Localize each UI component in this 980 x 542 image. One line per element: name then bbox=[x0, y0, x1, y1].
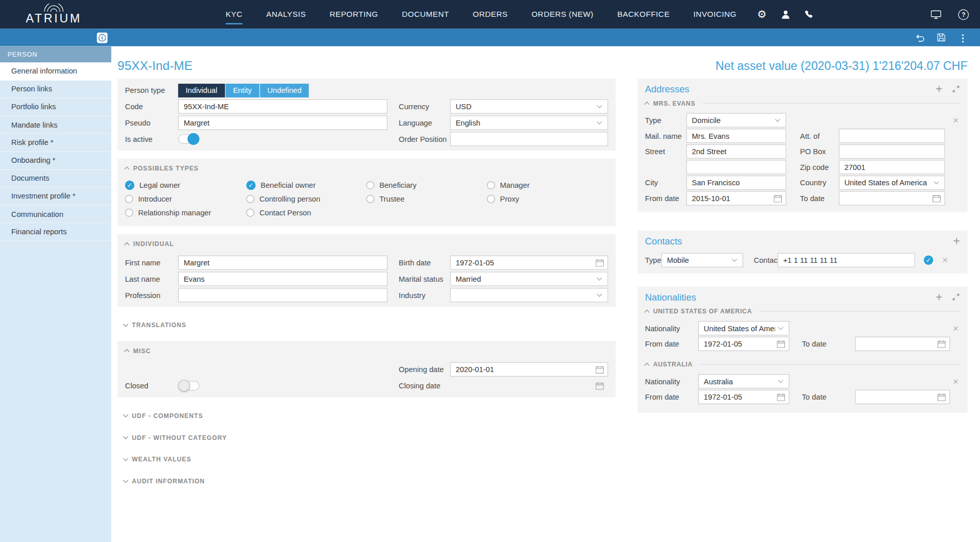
nationality-to-date-input[interactable] bbox=[855, 337, 950, 351]
sidebar-item-risk-profile[interactable]: Risk profile * bbox=[0, 134, 111, 152]
address-type-select[interactable]: Domicile bbox=[686, 113, 786, 128]
possible-type-beneficial-owner[interactable]: ✓ Beneficial owner bbox=[246, 180, 366, 190]
sidebar-item-onboarding[interactable]: Onboarding * bbox=[0, 152, 111, 169]
nationality-to-date-input[interactable] bbox=[855, 390, 950, 404]
last-name-input[interactable] bbox=[178, 272, 388, 286]
gear-icon[interactable]: ⚙ bbox=[757, 9, 767, 20]
nationality-entry-header[interactable]: UNITED STATES OF AMERICA bbox=[645, 308, 960, 314]
section-individual[interactable]: INDIVIDUAL bbox=[125, 240, 608, 247]
att-of-input[interactable] bbox=[839, 129, 945, 143]
collapse-sidebar-button[interactable] bbox=[97, 32, 108, 43]
nationality-from-date-input[interactable]: 1972-01-05 bbox=[698, 337, 790, 351]
profession-label: Profession bbox=[125, 291, 178, 300]
nav-item-backoffice[interactable]: BACKOFFICE bbox=[605, 0, 681, 29]
sidebar-item-mandate-links[interactable]: Mandate links bbox=[0, 116, 111, 134]
industry-label: Industry bbox=[399, 291, 450, 300]
possible-type-proxy[interactable]: Proxy bbox=[487, 193, 608, 204]
nav-item-orders-new[interactable]: ORDERS (NEW) bbox=[519, 0, 605, 29]
address-to-date-input[interactable] bbox=[839, 191, 945, 206]
sidebar-item-financial-reports[interactable]: Financial reports bbox=[0, 223, 111, 241]
contact-input[interactable] bbox=[778, 253, 915, 267]
section-possibles-types[interactable]: POSSIBLES TYPES bbox=[125, 165, 608, 171]
section-translations[interactable]: TRANSLATIONS bbox=[124, 322, 615, 328]
possible-type-contact-person[interactable]: Contact Person bbox=[246, 207, 366, 218]
mail-name-input[interactable] bbox=[686, 129, 786, 143]
add-address-button[interactable]: + bbox=[936, 85, 943, 93]
sidebar-item-investment-profile[interactable]: Investment profile * bbox=[0, 187, 111, 205]
possible-type-controlling-person[interactable]: Controlling person bbox=[246, 193, 366, 204]
add-contact-button[interactable]: + bbox=[953, 237, 960, 245]
contact-valid-check-icon[interactable]: ✓ bbox=[924, 256, 933, 265]
nav-item-document[interactable]: DOCUMENT bbox=[390, 0, 461, 29]
order-position-input[interactable] bbox=[450, 132, 608, 146]
expand-nationalities-button[interactable] bbox=[952, 293, 960, 301]
city-input[interactable] bbox=[686, 176, 786, 190]
birth-date-input[interactable]: 1972-01-05 bbox=[450, 256, 608, 270]
person-icon[interactable] bbox=[781, 10, 790, 19]
code-input[interactable] bbox=[178, 100, 388, 114]
person-type-individual-button[interactable]: Individual bbox=[178, 83, 225, 97]
opening-date-input[interactable]: 2020-01-01 bbox=[450, 362, 608, 377]
section-misc[interactable]: MISC bbox=[125, 347, 608, 354]
currency-select[interactable]: USD bbox=[450, 100, 608, 114]
language-select[interactable]: English bbox=[450, 115, 608, 130]
country-select[interactable]: United States of America bbox=[839, 176, 945, 190]
action-toolbar: ⋮ bbox=[0, 29, 980, 46]
street2-input[interactable] bbox=[686, 160, 786, 174]
address-from-date-input[interactable]: 2015-10-01 bbox=[686, 191, 786, 206]
street-input[interactable] bbox=[686, 144, 786, 159]
closed-toggle[interactable] bbox=[178, 381, 200, 390]
delete-nationality-button[interactable]: ✕ bbox=[952, 377, 959, 386]
nationality-from-date-input[interactable]: 1972-01-05 bbox=[698, 390, 790, 404]
section-udf-without-category[interactable]: UDF - WITHOUT CATEGORY bbox=[124, 434, 615, 441]
possible-type-legal-owner[interactable]: ✓ Legal owner bbox=[125, 180, 246, 190]
address-entry-header[interactable]: MRS. EVANS bbox=[645, 100, 960, 107]
person-type-entity-button[interactable]: Entity bbox=[225, 83, 259, 97]
possible-type-trustee[interactable]: Trustee bbox=[366, 193, 487, 204]
profession-input[interactable] bbox=[178, 288, 388, 302]
zip-code-input[interactable] bbox=[839, 160, 945, 174]
nav-item-invoicing[interactable]: INVOICING bbox=[682, 0, 749, 29]
is-active-label: Is active bbox=[125, 135, 178, 143]
nationality-select[interactable]: United States of America bbox=[698, 321, 790, 335]
possible-type-manager[interactable]: Manager bbox=[487, 180, 608, 190]
delete-nationality-button[interactable]: ✕ bbox=[952, 324, 959, 333]
possible-type-relationship-manager[interactable]: Relationship manager bbox=[125, 207, 246, 218]
delete-contact-button[interactable]: ✕ bbox=[942, 256, 948, 264]
marital-status-select[interactable]: Married bbox=[450, 272, 608, 286]
nav-item-orders[interactable]: ORDERS bbox=[461, 0, 520, 29]
undo-icon[interactable] bbox=[915, 33, 924, 41]
nav-item-reporting[interactable]: REPORTING bbox=[318, 0, 390, 29]
save-icon[interactable] bbox=[937, 33, 946, 42]
sidebar-item-communication[interactable]: Communication bbox=[0, 205, 111, 223]
person-type-undefined-button[interactable]: Undefined bbox=[260, 83, 309, 97]
section-audit-information[interactable]: AUDIT INFORMATION bbox=[124, 478, 615, 484]
chevron-down-icon bbox=[732, 257, 737, 262]
possible-type-introducer[interactable]: Introducer bbox=[125, 193, 246, 204]
app-logo[interactable]: ATRIUM bbox=[19, 4, 89, 26]
po-box-input[interactable] bbox=[839, 144, 945, 159]
pseudo-input[interactable] bbox=[178, 115, 388, 130]
kebab-menu-icon[interactable]: ⋮ bbox=[958, 33, 967, 42]
possible-type-beneficiary[interactable]: Beneficiary bbox=[366, 180, 487, 190]
contact-type-select[interactable]: Mobile bbox=[661, 253, 743, 267]
is-active-toggle[interactable] bbox=[178, 134, 200, 143]
section-wealth-values[interactable]: WEALTH VALUES bbox=[124, 456, 615, 462]
add-nationality-button[interactable]: + bbox=[936, 293, 943, 301]
sidebar-item-general-information[interactable]: General information bbox=[0, 62, 111, 80]
phone-icon[interactable] bbox=[804, 10, 814, 19]
monitor-icon[interactable] bbox=[930, 10, 941, 19]
delete-address-button[interactable]: ✕ bbox=[952, 116, 959, 125]
nationality-entry-header[interactable]: AUSTRALIA bbox=[645, 361, 960, 367]
sidebar-item-documents[interactable]: Documents bbox=[0, 169, 111, 187]
nav-item-analysis[interactable]: ANALYSIS bbox=[254, 0, 318, 29]
expand-addresses-button[interactable] bbox=[952, 85, 960, 93]
nationality-select[interactable]: Australia bbox=[698, 374, 790, 388]
first-name-input[interactable] bbox=[178, 256, 388, 270]
sidebar-item-person-links[interactable]: Person links bbox=[0, 80, 111, 98]
industry-select[interactable] bbox=[450, 288, 608, 302]
help-icon[interactable]: ? bbox=[958, 9, 969, 20]
sidebar-item-portfolio-links[interactable]: Portfolio links bbox=[0, 98, 111, 116]
nav-item-kyc[interactable]: KYC bbox=[214, 0, 254, 29]
section-udf-components[interactable]: UDF - COMPONENTS bbox=[124, 412, 615, 419]
